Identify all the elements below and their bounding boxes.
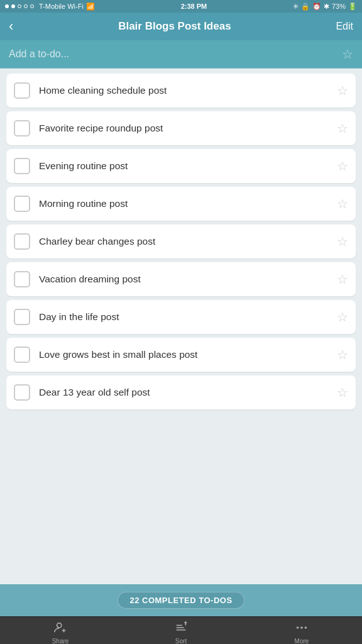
lock-icon: 🔒 — [301, 3, 310, 11]
battery-icon: 🔋 — [348, 3, 357, 11]
todo-star-icon-1[interactable]: ☆ — [337, 83, 348, 98]
back-button[interactable]: ‹ — [9, 18, 13, 35]
todo-checkbox-4[interactable] — [14, 196, 30, 212]
add-todo-placeholder: Add a to-do... — [9, 48, 342, 60]
more-icon — [295, 621, 309, 636]
status-right: ✳ 🔒 ⏰ ✱ 73% 🔋 — [293, 3, 357, 11]
signal-dot-5 — [30, 4, 34, 8]
todo-text-2: Favorite recipe roundup post — [39, 123, 332, 134]
status-bar: T-Mobile Wi-Fi 📶 2:38 PM ✳ 🔒 ⏰ ✱ 73% 🔋 — [0, 0, 362, 13]
todo-checkbox-8[interactable] — [14, 347, 30, 363]
todo-checkbox-3[interactable] — [14, 158, 30, 174]
edit-button[interactable]: Edit — [336, 21, 353, 32]
todo-text-3: Evening routine post — [39, 160, 332, 172]
battery-label: 73% — [332, 3, 346, 10]
todo-checkbox-7[interactable] — [14, 309, 30, 325]
todo-checkbox-6[interactable] — [14, 271, 30, 287]
todo-star-icon-7[interactable]: ☆ — [337, 309, 348, 325]
nav-bar: ‹ Blair Blogs Post Ideas Edit — [0, 13, 362, 40]
todo-text-5: Charley bear changes post — [39, 236, 332, 247]
todo-text-6: Vacation dreaming post — [39, 274, 332, 285]
todo-text-4: Morning routine post — [39, 198, 332, 209]
todo-checkbox-2[interactable] — [14, 120, 30, 136]
status-left: T-Mobile Wi-Fi 📶 — [5, 3, 95, 11]
page-title: Blair Blogs Post Ideas — [118, 20, 231, 33]
sort-icon — [174, 621, 188, 636]
svg-point-7 — [297, 626, 299, 629]
tab-more[interactable]: More — [241, 621, 362, 645]
todo-star-icon-5[interactable]: ☆ — [337, 234, 348, 249]
svg-point-0 — [57, 623, 62, 627]
todo-star-icon-9[interactable]: ☆ — [337, 385, 348, 400]
status-time: 2:38 PM — [181, 3, 207, 10]
todo-star-icon-6[interactable]: ☆ — [337, 272, 348, 287]
signal-dot-3 — [18, 4, 21, 8]
todo-item-9[interactable]: Dear 13 year old self post ☆ — [6, 375, 356, 409]
signal-dot-2 — [11, 4, 15, 8]
tab-share[interactable]: Share — [0, 621, 121, 645]
brightness-icon: ✳ — [293, 3, 299, 11]
todo-text-8: Love grows best in small places post — [39, 349, 332, 360]
carrier-label: T-Mobile Wi-Fi — [39, 3, 84, 10]
svg-point-9 — [305, 626, 307, 629]
wifi-icon: 📶 — [86, 3, 95, 11]
alarm-icon: ⏰ — [312, 3, 321, 11]
todo-item-7[interactable]: Day in the life post ☆ — [6, 300, 356, 334]
todo-checkbox-1[interactable] — [14, 82, 30, 99]
bluetooth-icon: ✱ — [324, 3, 329, 11]
svg-point-8 — [300, 626, 303, 629]
todo-text-1: Home cleaning schedule post — [39, 85, 332, 96]
todo-item-8[interactable]: Love grows best in small places post ☆ — [6, 338, 356, 372]
todo-item-5[interactable]: Charley bear changes post ☆ — [6, 225, 356, 258]
sort-label: Sort — [175, 638, 187, 645]
todo-item-6[interactable]: Vacation dreaming post ☆ — [6, 262, 356, 296]
todo-item-4[interactable]: Morning routine post ☆ — [6, 187, 356, 221]
todo-text-7: Day in the life post — [39, 311, 332, 323]
todo-star-icon-8[interactable]: ☆ — [337, 347, 348, 362]
more-label: More — [295, 638, 309, 645]
completed-banner[interactable]: 22 COMPLETED TO-DOS — [0, 584, 362, 616]
todo-item-3[interactable]: Evening routine post ☆ — [6, 149, 356, 183]
todo-text-9: Dear 13 year old self post — [39, 387, 332, 398]
todo-star-icon-3[interactable]: ☆ — [337, 158, 348, 174]
add-todo-row[interactable]: Add a to-do... ☆ — [0, 40, 362, 69]
todo-checkbox-5[interactable] — [14, 233, 30, 250]
share-icon — [53, 621, 67, 636]
tab-sort[interactable]: Sort — [121, 621, 241, 645]
todo-item-1[interactable]: Home cleaning schedule post ☆ — [6, 74, 356, 108]
todo-star-icon-2[interactable]: ☆ — [337, 121, 348, 136]
tab-bar: Share Sort More — [0, 616, 362, 644]
completed-badge-label: 22 COMPLETED TO-DOS — [118, 592, 244, 609]
add-todo-star-icon: ☆ — [342, 47, 353, 62]
todo-checkbox-9[interactable] — [14, 384, 30, 401]
todo-item-2[interactable]: Favorite recipe roundup post ☆ — [6, 111, 356, 145]
signal-dot-4 — [24, 4, 28, 8]
signal-dot-1 — [5, 4, 9, 8]
todo-star-icon-4[interactable]: ☆ — [337, 196, 348, 211]
share-label: Share — [52, 638, 69, 645]
todo-list: Home cleaning schedule post ☆ Favorite r… — [0, 69, 362, 584]
